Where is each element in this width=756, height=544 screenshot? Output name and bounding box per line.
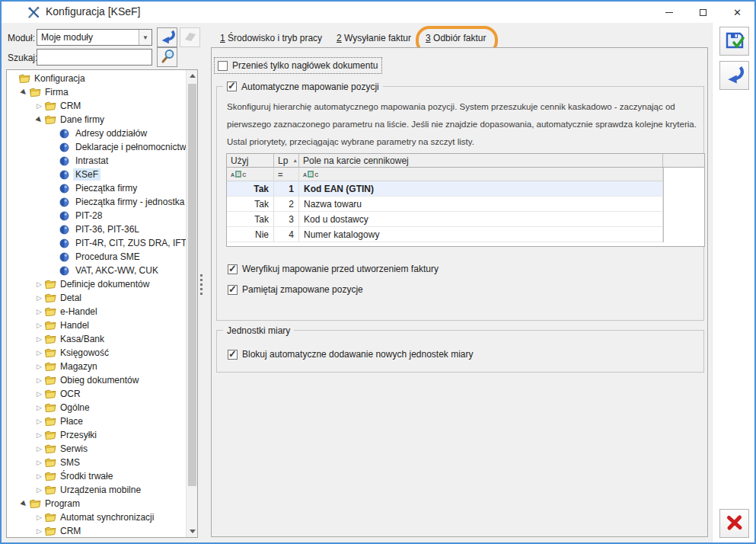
tab-odbior-faktur[interactable]: 3 Odbiór faktur [426, 32, 486, 46]
table-row[interactable]: Tak 3 Kod u dostawcy [227, 212, 704, 227]
table-row[interactable]: Tak 1 Kod EAN (GTIN) [227, 181, 704, 197]
undo-button[interactable] [719, 61, 749, 90]
module-select[interactable]: Moje moduły ▼ [37, 29, 152, 46]
tree-item[interactable]: Procedura SME [7, 250, 197, 264]
tree-item[interactable]: Dane firmy [7, 113, 197, 126]
checkbox-blokuj-jednostki[interactable]: Blokuj automatyczne dodawanie nowych jed… [228, 349, 474, 360]
tree-item[interactable]: OCR [7, 387, 197, 401]
tree-expander-icon[interactable] [34, 295, 44, 302]
tree-item[interactable]: Program [7, 497, 197, 510]
splitter-grip[interactable] [200, 274, 203, 295]
search-input[interactable] [37, 49, 152, 66]
tree-expander-icon[interactable] [34, 350, 44, 357]
column-header-pole[interactable]: Pole na karcie cennikowej [299, 154, 663, 167]
red-x-icon [726, 514, 744, 534]
tree-expander-icon[interactable] [34, 281, 44, 288]
tree-item-label: Przesyłki [58, 429, 99, 441]
tree-item[interactable]: Definicje dokumentów [7, 277, 197, 291]
maximize-button[interactable] [686, 2, 720, 23]
tree-item[interactable]: e-Handel [7, 305, 197, 318]
config-tree[interactable]: Konfiguracja [6, 69, 198, 538]
cell-uzyj: Tak [227, 197, 274, 212]
checkbox-przenies-naglowek[interactable]: Przenieś tylko nagłówek dokumentu [215, 58, 381, 73]
tree-item[interactable]: PIT-36, PIT-36L [7, 222, 197, 236]
tree-expander-icon[interactable] [19, 89, 29, 96]
tab-srodowisko-i-tryb-pracy[interactable]: 1 Środowisko i tryb pracy [220, 32, 322, 46]
tab-wysylanie-faktur[interactable]: 2 Wysyłanie faktur [337, 32, 411, 46]
tree-item[interactable]: Ogólne [7, 401, 197, 414]
table-row[interactable]: Tak 2 Nazwa towaru [227, 197, 704, 212]
tree-item[interactable]: Adresy oddziałów [7, 126, 197, 140]
tree-item[interactable]: Automat synchronizacji [7, 510, 197, 524]
tree-item[interactable]: Pieczątka firmy - jednostka s... [7, 195, 197, 209]
group-jednostki-miary: Jednostki miary Blokuj automatyczne doda… [216, 330, 704, 373]
tree-expander-icon[interactable] [19, 501, 29, 507]
tree-item[interactable]: Obieg dokumentów [7, 373, 197, 387]
tree-item[interactable]: Pieczątka firmy [7, 181, 197, 195]
scroll-down-icon[interactable] [187, 526, 198, 537]
tree-item[interactable]: Środki trwałe [7, 469, 197, 483]
abc-filter-icon: ABC [231, 171, 246, 178]
tree-item[interactable]: Konfiguracja [7, 72, 197, 85]
tree-expander-icon[interactable] [34, 405, 44, 411]
search-button[interactable] [157, 47, 177, 67]
close-button[interactable]: ✕ [720, 2, 754, 23]
tree-item[interactable]: KSeF [7, 168, 197, 181]
tree-item[interactable]: Płace [7, 414, 197, 428]
tree-item[interactable]: Detal [7, 291, 197, 305]
tree-expander-icon[interactable] [34, 432, 44, 439]
tree-item-label: Księgowość [58, 347, 111, 359]
tree-item[interactable]: Kasa/Bank [7, 332, 197, 346]
tree-item[interactable]: Firma [7, 85, 197, 99]
tree-expander-icon[interactable] [34, 322, 44, 329]
tree-expander-icon[interactable] [34, 418, 44, 425]
tree-item-label: VAT, AKC-WW, CUK [73, 264, 161, 277]
column-header-lp[interactable]: Lp ▲ [274, 154, 299, 167]
tree-item[interactable]: Intrastat [7, 154, 197, 168]
sort-ascending-icon: ▲ [288, 158, 298, 163]
tree-item[interactable]: Handel [7, 318, 197, 332]
filter-cell-lp[interactable]: = [274, 168, 299, 181]
tree-item[interactable]: Przesyłki [7, 428, 197, 442]
checkbox-automatyczne-mapowanie[interactable]: Automatyczne mapowanie pozycji [223, 80, 383, 93]
checkbox-weryfikuj-mapowanie[interactable]: Weryfikuj mapowanie przed utworzeniem fa… [228, 264, 439, 274]
tree-expander-icon[interactable] [34, 514, 44, 521]
tree-expander-icon[interactable] [34, 336, 44, 343]
tree-scrollbar[interactable] [186, 70, 197, 537]
tree-expander-icon[interactable] [34, 459, 44, 466]
tree-item[interactable]: Księgowość [7, 346, 197, 360]
tree-item[interactable]: Deklaracje i pełnomocnictwa [7, 140, 197, 154]
tree-item[interactable]: CRM [7, 524, 197, 538]
filter-cell-pole[interactable]: ABC [299, 168, 663, 181]
tree-expander-icon[interactable] [34, 377, 44, 384]
scrollbar-thumb[interactable] [188, 84, 196, 486]
tree-item[interactable]: Serwis [7, 442, 197, 456]
tree-item[interactable]: PIT-28 [7, 209, 197, 222]
module-navigate-button[interactable] [157, 27, 177, 47]
tree-item[interactable]: CRM [7, 99, 197, 113]
checkbox-pamietaj-zmapowane[interactable]: Pamiętaj zmapowane pozycje [228, 284, 363, 295]
tree-expander-icon[interactable] [34, 391, 44, 398]
tree-expander-icon[interactable] [34, 117, 44, 123]
column-header-uzyj[interactable]: Użyj [227, 154, 274, 167]
save-button[interactable] [719, 27, 749, 56]
tree-expander-icon[interactable] [34, 528, 44, 535]
tree-item[interactable]: PIT-4R, CIT, ZUS DRA, IFT-2R [7, 236, 197, 250]
tree-item[interactable]: VAT, AKC-WW, CUK [7, 264, 197, 277]
tree-item[interactable]: Urządzenia mobilne [7, 483, 197, 497]
minimize-button[interactable] [652, 2, 686, 23]
tree-expander-icon[interactable] [34, 473, 44, 480]
table-row[interactable]: Nie 4 Numer katalogowy [227, 227, 704, 242]
tree-item[interactable]: SMS [7, 456, 197, 469]
tree-expander-icon[interactable] [34, 103, 44, 110]
tree-expander-icon[interactable] [34, 487, 44, 494]
tree-item[interactable]: Magazyn [7, 360, 197, 373]
checkbox-icon [228, 350, 238, 360]
tree-expander-icon[interactable] [34, 363, 44, 370]
tree-expander-icon[interactable] [34, 309, 44, 315]
cancel-button[interactable] [719, 509, 749, 538]
scroll-up-icon[interactable] [187, 70, 198, 82]
group-automatyczne-mapowanie: Automatyczne mapowanie pozycji Skonfigur… [216, 86, 704, 321]
tree-expander-icon[interactable] [34, 446, 44, 453]
filter-cell-uzyj[interactable]: ABC [227, 168, 274, 181]
